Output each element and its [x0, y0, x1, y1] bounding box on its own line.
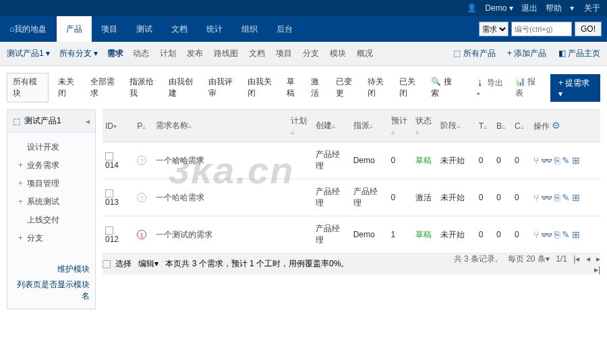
op-view[interactable]: 👓: [541, 155, 552, 166]
op-edit[interactable]: ✎: [562, 192, 570, 203]
sidebar-header[interactable]: ⬚ 测试产品1 ◂: [7, 110, 95, 133]
subnav-module[interactable]: 模块: [330, 48, 346, 59]
table-row: 0121一个测试的需求产品经理Demo1草稿未开始000⑂👓⎘✎⊞: [103, 216, 600, 253]
about-link[interactable]: ▾ 关于: [570, 3, 600, 14]
export-button[interactable]: ⭳ 导出 ▾: [476, 78, 506, 98]
subnav-release[interactable]: 发布: [187, 48, 203, 59]
nav-org[interactable]: 组织: [232, 16, 267, 42]
subnav-plan[interactable]: 计划: [160, 48, 176, 59]
subnav-roadmap[interactable]: 路线图: [214, 48, 238, 59]
col-t[interactable]: T▵: [476, 110, 494, 142]
row-checkbox[interactable]: [105, 226, 113, 235]
prev-page[interactable]: ◂: [586, 254, 590, 264]
product-dropdown[interactable]: 测试产品1 ▾: [7, 48, 50, 59]
add-requirement-button[interactable]: + 提需求 ▾: [550, 74, 600, 102]
nav-admin[interactable]: 后台: [267, 16, 302, 42]
all-products-link[interactable]: ⬚ 所有产品: [453, 49, 495, 58]
col-assign[interactable]: 指派▵: [351, 110, 388, 142]
last-page[interactable]: ▸|: [594, 265, 600, 274]
tree-item[interactable]: + 项目管理: [7, 175, 95, 193]
col-b[interactable]: B▵: [494, 110, 512, 142]
col-name[interactable]: 需求名称▵: [153, 110, 288, 142]
req-name-link[interactable]: 一个测试的需求: [156, 230, 212, 239]
op-change[interactable]: ⑂: [533, 229, 539, 240]
maintain-module-link[interactable]: 维护模块: [13, 264, 90, 275]
show-module-name-link[interactable]: 列表页是否显示模块名: [13, 279, 90, 302]
batch-edit-link[interactable]: 编辑: [138, 259, 154, 268]
table-row: 013?一个哈哈需求产品经理产品经理0激活未开始000⑂👓⎘✎⊞: [103, 179, 600, 216]
subnav-activity[interactable]: 动态: [133, 48, 149, 59]
logout-link[interactable]: 退出: [521, 3, 538, 14]
filter-all[interactable]: 全部需求: [90, 76, 120, 99]
filter-changed[interactable]: 已变更: [336, 76, 358, 99]
req-name-link[interactable]: 一个哈哈需求: [156, 156, 204, 165]
filter-closedby[interactable]: 由我关闭: [248, 76, 277, 99]
row-checkbox[interactable]: [105, 152, 113, 160]
nav-doc[interactable]: 文档: [162, 16, 197, 42]
nav-stats[interactable]: 统计: [197, 16, 232, 42]
filter-reviewed[interactable]: 由我评审: [208, 76, 238, 99]
next-page[interactable]: ▸: [596, 254, 600, 264]
product-home-link[interactable]: ◧ 产品主页: [558, 49, 600, 58]
tree-item[interactable]: + 业务需求: [7, 156, 95, 175]
filter-toclose[interactable]: 待关闭: [368, 76, 390, 99]
op-change[interactable]: ⑂: [533, 155, 539, 166]
collapse-icon[interactable]: ◂: [86, 117, 90, 126]
filter-active[interactable]: 激活: [311, 76, 326, 99]
filter-search[interactable]: 🔍 搜索: [431, 76, 457, 99]
tree-item[interactable]: + 分支: [7, 229, 95, 247]
subnav-project[interactable]: 项目: [276, 48, 292, 59]
col-status[interactable]: 状态▵: [413, 110, 438, 142]
op-split[interactable]: ⊞: [572, 192, 580, 203]
filter-open[interactable]: 未关闭: [58, 76, 80, 99]
tree-item[interactable]: 设计开发: [7, 138, 95, 156]
report-button[interactable]: 📊 报表: [515, 76, 541, 99]
subnav-overview[interactable]: 概况: [357, 48, 373, 59]
tree-item[interactable]: + 系统测试: [7, 193, 95, 211]
tree-item[interactable]: 上线交付: [7, 211, 95, 229]
filter-draft[interactable]: 草稿: [287, 76, 301, 99]
op-copy[interactable]: ⎘: [554, 192, 560, 203]
op-split[interactable]: ⊞: [572, 229, 580, 240]
subnav-requirement[interactable]: 需求: [107, 48, 123, 59]
subnav-branch[interactable]: 分支: [303, 48, 319, 59]
nav-project[interactable]: 项目: [92, 16, 127, 42]
col-stage[interactable]: 阶段▵: [438, 110, 476, 142]
subnav-doc[interactable]: 文档: [249, 48, 265, 59]
op-view[interactable]: 👓: [541, 229, 552, 240]
help-link[interactable]: 帮助: [546, 3, 562, 14]
filter-created[interactable]: 由我创建: [169, 76, 198, 99]
nav-product[interactable]: 产品: [57, 16, 92, 42]
col-estimate[interactable]: 预计▵: [388, 110, 413, 142]
col-id[interactable]: ID▾: [103, 110, 134, 142]
nav-dashboard[interactable]: ⌂ 我的地盘: [0, 16, 57, 42]
op-split[interactable]: ⊞: [572, 155, 580, 166]
op-view[interactable]: 👓: [541, 192, 552, 203]
search-type-select[interactable]: 需求: [479, 22, 509, 36]
filter-closed[interactable]: 已关闭: [399, 76, 422, 99]
nav-test[interactable]: 测试: [127, 16, 162, 42]
perpage-dropdown[interactable]: 每页 20 条▾: [504, 254, 550, 264]
col-plan[interactable]: 计划▵: [288, 110, 313, 142]
all-modules-button[interactable]: 所有模块: [7, 73, 49, 102]
filter-assigned[interactable]: 指派给我: [129, 76, 159, 99]
select-all-checkbox[interactable]: [103, 260, 111, 268]
search-input[interactable]: [511, 22, 572, 36]
req-name-link[interactable]: 一个哈哈需求: [156, 193, 204, 202]
col-ops: 操作 ⚙: [531, 110, 600, 142]
add-product-link[interactable]: + 添加产品: [507, 49, 546, 58]
op-copy[interactable]: ⎘: [554, 229, 560, 240]
op-edit[interactable]: ✎: [562, 229, 570, 240]
op-edit[interactable]: ✎: [562, 155, 570, 166]
user-menu[interactable]: 👤Demo ▾: [467, 3, 513, 13]
branch-dropdown[interactable]: 所有分支 ▾: [59, 48, 98, 59]
col-creator[interactable]: 创建▵: [313, 110, 351, 142]
row-checkbox[interactable]: [105, 189, 113, 198]
search-go-button[interactable]: GO!: [575, 22, 602, 36]
col-priority[interactable]: P▵: [134, 110, 153, 142]
op-copy[interactable]: ⎘: [554, 155, 560, 166]
first-page[interactable]: |◂: [573, 254, 579, 264]
gear-icon[interactable]: ⚙: [552, 120, 560, 131]
col-c[interactable]: C▵: [512, 110, 531, 142]
op-change[interactable]: ⑂: [533, 192, 539, 203]
